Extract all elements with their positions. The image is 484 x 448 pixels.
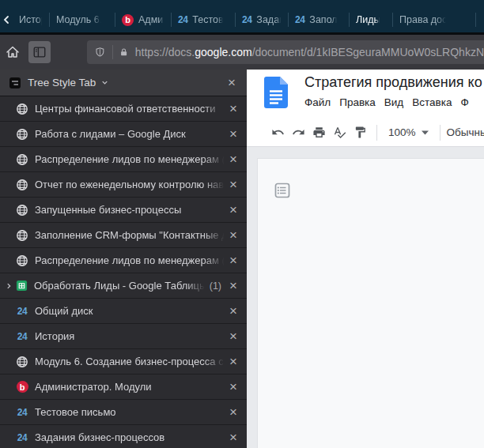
document-title[interactable]: Стратегия продвижения ко: [304, 74, 482, 91]
close-sidebar-button[interactable]: ×: [225, 76, 239, 89]
tab-title: Задания бизнес-процессов: [35, 431, 226, 443]
paint-format-button[interactable]: [350, 122, 370, 143]
tab-row-crm-form-fill[interactable]: Заполнение CRM-формы "Контактные данн ×: [0, 223, 247, 248]
url-domain: google.com: [195, 46, 251, 58]
globe-icon: [16, 103, 28, 115]
print-icon: [312, 126, 326, 139]
spellcheck-button[interactable]: [329, 122, 350, 143]
menu-view[interactable]: Вид: [384, 96, 403, 108]
bitrix24-glyph: 24: [17, 432, 27, 443]
close-tab-button[interactable]: ×: [226, 228, 240, 242]
tab-title: Задани: [256, 14, 282, 25]
tab-access-rights[interactable]: Права дос: [393, 7, 475, 32]
document-page[interactable]: [257, 158, 484, 448]
tab-row-bp-tasks[interactable]: 24 Задания бизнес-процессов ×: [0, 425, 247, 448]
tab-row-admin-modules[interactable]: b Администратор. Модули ×: [0, 375, 247, 400]
globe-icon: [16, 153, 28, 166]
chevron-left-icon: [2, 15, 11, 24]
tab-title: Тестовое письмо: [35, 406, 226, 418]
home-icon: [5, 44, 21, 60]
print-button[interactable]: [308, 122, 329, 143]
lock-icon[interactable]: [119, 47, 128, 58]
redo-button[interactable]: [288, 122, 308, 143]
globe-icon: [16, 254, 28, 267]
tab-row-history[interactable]: 24 История ×: [0, 324, 247, 349]
menu-edit[interactable]: Правка: [339, 96, 376, 108]
close-tab-button[interactable]: ×: [226, 380, 240, 393]
tab-row-weekly-report[interactable]: Отчет по еженедельному контролю наведен …: [0, 172, 247, 198]
sidebar-toggle-button[interactable]: [28, 41, 51, 63]
tab-row-lead-distribution-2[interactable]: Распределение лидов по менеджерам (для в…: [0, 248, 247, 273]
paragraph-style-select[interactable]: Обычны: [447, 126, 484, 138]
tab-title: Права дос: [399, 14, 447, 25]
tab-leads-active[interactable]: Лиды: [350, 7, 392, 32]
tree-style-tab-sidebar: Tree Style Tab × Центры финансовой ответ…: [0, 70, 247, 448]
sidebar-header: Tree Style Tab ×: [0, 70, 247, 96]
globe-icon: [16, 229, 28, 242]
scroll-tabs-left-button[interactable]: [0, 6, 13, 32]
close-tab-button[interactable]: ×: [226, 254, 240, 267]
sidebar-title[interactable]: Tree Style Tab: [28, 77, 96, 88]
tab-title: Модуль 6. Создание бизнес-процесса со ст…: [35, 356, 226, 367]
tab-row-process-leads-sheets[interactable]: Обработать Лиды - Google Таблицы (1) ×: [0, 273, 247, 299]
tab-row-lead-distribution-1[interactable]: Распределение лидов по менеджерам (для в…: [0, 147, 247, 172]
tab-admin[interactable]: bАдмин: [115, 7, 171, 32]
tab-crm-form[interactable]: 24Запол: [289, 7, 349, 32]
bitrix24-favicon: 24: [178, 14, 187, 25]
tab-title: Тестов: [192, 14, 223, 25]
bitrix24-favicon: 24: [16, 330, 28, 343]
menu-file[interactable]: Файл: [304, 96, 331, 108]
redo-icon: [292, 126, 305, 139]
sidebar-icon: [32, 45, 47, 59]
close-tab-button[interactable]: ×: [226, 102, 240, 115]
tab-row-cfo[interactable]: Центры финансовой ответственности ×: [0, 96, 247, 122]
close-tab-button[interactable]: ×: [226, 178, 240, 191]
close-tab-button[interactable]: ×: [226, 355, 240, 368]
tab-row-shared-drive[interactable]: 24 Общий диск ×: [0, 299, 247, 324]
close-tab-button[interactable]: ×: [226, 152, 240, 166]
close-tab-button[interactable]: ×: [226, 203, 240, 216]
close-tab-button[interactable]: ×: [226, 431, 240, 444]
tab-title: Работа с лидами – Google Диск: [35, 128, 226, 140]
tab-title: Запол: [309, 14, 337, 25]
tab-title: Запущенные бизнес-процессы: [35, 204, 226, 216]
chevron-down-icon[interactable]: [100, 78, 109, 87]
zoom-select[interactable]: 100%: [384, 126, 433, 138]
docs-header: Стратегия продвижения ко Файл Правка Вид…: [247, 70, 484, 119]
close-tab-button[interactable]: ×: [226, 304, 240, 318]
menu-insert[interactable]: Вставка: [412, 96, 452, 108]
bitrix-glyph: b: [17, 381, 28, 393]
tab-test-letter[interactable]: 24Тестов: [172, 7, 235, 32]
tab-row-module6[interactable]: Модуль 6. Создание бизнес-процесса со ст…: [0, 349, 247, 375]
tab-bp-tasks[interactable]: 24Задани: [236, 7, 288, 32]
tab-history[interactable]: Истор: [13, 7, 49, 32]
close-tab-button[interactable]: ×: [226, 127, 240, 141]
close-tab-button[interactable]: ×: [226, 405, 240, 419]
close-tab-button[interactable]: ×: [226, 329, 240, 343]
globe-icon: [16, 128, 28, 141]
google-docs-icon[interactable]: [264, 77, 288, 108]
document-outline-icon[interactable]: [274, 182, 291, 199]
tab-title: Администратор. Модули: [35, 381, 226, 393]
url-protocol: https://docs.: [135, 46, 195, 58]
tab-module6[interactable]: Модуль 6.: [50, 7, 115, 32]
tracking-shield-icon[interactable]: [95, 46, 105, 58]
tab-strip: Истор Модуль 6. bАдмин 24Тестов 24Задани…: [0, 0, 484, 32]
undo-icon: [271, 126, 285, 139]
home-button[interactable]: [2, 41, 24, 63]
chevron-right-icon[interactable]: [5, 282, 15, 290]
tab-title: Центры финансовой ответственности: [35, 103, 226, 115]
tab-row-test-letter[interactable]: 24 Тестовое письмо ×: [0, 400, 247, 425]
bitrix24-favicon: 24: [295, 14, 304, 25]
bitrix-favicon: b: [122, 14, 134, 26]
url-bar[interactable]: https://docs.google.com/document/d/1kIBE…: [87, 40, 484, 64]
bitrix24-favicon: 24: [16, 406, 28, 419]
docs-menubar: Файл Правка Вид Вставка Ф: [304, 96, 469, 108]
menu-format[interactable]: Ф: [460, 96, 468, 108]
close-tab-button[interactable]: ×: [226, 279, 240, 292]
undo-button[interactable]: [267, 122, 288, 143]
tab-row-running-processes[interactable]: Запущенные бизнес-процессы ×: [0, 198, 247, 223]
tab-row-leads-drive[interactable]: Работа с лидами – Google Диск ×: [0, 122, 247, 147]
bitrix24-favicon: 24: [242, 14, 251, 25]
tab-title: Обработать Лиды - Google Таблицы: [34, 280, 206, 292]
